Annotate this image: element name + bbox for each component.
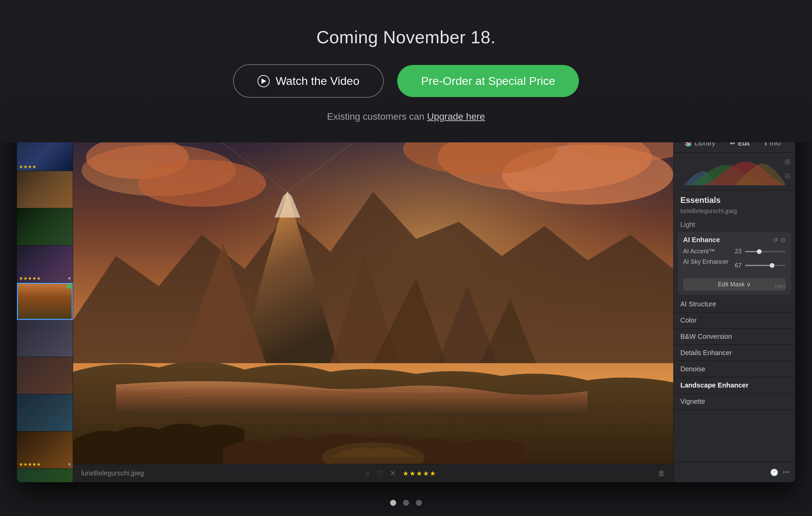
landscape-section[interactable]: Landscape Enhancer xyxy=(674,377,795,394)
photo-filename: lurieBelegurschi.jpeg xyxy=(81,469,144,477)
panel-content: ⊞ ⊟ Essentials lurieBelegurschi.jpeg Lig… xyxy=(674,153,795,462)
right-panel: 📚 Library ✏ Edit ℹ Info xyxy=(673,134,795,482)
delete-icon[interactable]: 🗑 xyxy=(658,469,665,478)
denoise-label: Denoise xyxy=(680,365,705,373)
toggle-icon[interactable]: ⊙ xyxy=(781,236,786,244)
circle-icon: ○ xyxy=(365,469,369,478)
landscape-label: Landscape Enhancer xyxy=(680,381,748,389)
status-center: ○ ♡ ✕ ★★★★★ xyxy=(151,469,651,478)
edit-mask-button[interactable]: Edit Mask ∨ xyxy=(683,278,786,291)
ai-accent-row: AI Accent™ 23 xyxy=(683,248,786,255)
filmstrip-thumb-5[interactable] xyxy=(17,283,73,320)
filmstrip-thumb-6[interactable] xyxy=(17,320,73,357)
histogram-svg xyxy=(679,158,790,185)
watch-video-button[interactable]: Watch the Video xyxy=(233,64,384,98)
ai-enhance-title: AI Enhance xyxy=(683,236,720,244)
svg-point-4 xyxy=(137,160,266,207)
history-icon[interactable]: 🕐 xyxy=(770,468,779,476)
preorder-label: Pre-Order at Special Price xyxy=(421,74,555,88)
thumb-badge-5 xyxy=(67,284,71,289)
essentials-header: Essentials xyxy=(674,190,795,208)
vignette-label: Vignette xyxy=(680,398,705,405)
panel-bottom-bar: 🕐 ••• xyxy=(674,462,795,482)
bw-label: B&W Conversion xyxy=(680,333,732,341)
ai-accent-value: 23 xyxy=(731,248,742,255)
ai-enhance-controls: ↺ ⊙ xyxy=(773,236,786,244)
ai-structure-section[interactable]: AI Structure xyxy=(674,296,795,312)
more-icon[interactable]: ••• xyxy=(783,468,790,476)
light-section-label: Light xyxy=(674,219,795,231)
dot-1[interactable] xyxy=(390,500,396,506)
promo-section: Coming November 18. Watch the Video Pre-… xyxy=(0,0,812,142)
reject-icon[interactable]: ✕ xyxy=(390,469,396,478)
panel-filename: lurieBelegurschi.jpeg xyxy=(674,208,795,219)
thumb-stars-4: ★★★★★ xyxy=(19,276,41,281)
filmstrip-thumb-4[interactable]: ★★★★★ ♥ xyxy=(17,245,73,283)
ai-structure-label: AI Structure xyxy=(680,300,716,308)
filmstrip-thumb-10[interactable] xyxy=(17,469,73,482)
details-label: Details Enhancer xyxy=(680,349,732,357)
vignette-section[interactable]: Vignette xyxy=(674,394,795,410)
ai-accent-label: AI Accent™ xyxy=(683,248,731,255)
thumb-heart-9: ♥ xyxy=(68,462,71,467)
star-rating[interactable]: ★★★★★ xyxy=(403,469,436,477)
photo-statusbar: lurieBelegurschi.jpeg ○ ♡ ✕ ★★★★★ 🗑 xyxy=(73,464,673,482)
main-area: ★★★★ ★★★★★ ♥ xyxy=(17,134,795,482)
dot-2[interactable] xyxy=(403,500,409,506)
ai-sky-label: AI Sky Enhancer · xyxy=(683,258,731,273)
pro-badge: PRO xyxy=(774,284,786,289)
panel-icons-right: ⊞ ⊟ xyxy=(783,156,792,181)
photo-canvas xyxy=(73,134,673,464)
play-icon xyxy=(257,75,270,87)
denoise-section[interactable]: Denoise xyxy=(674,361,795,377)
bottom-dots xyxy=(390,500,422,506)
details-section[interactable]: Details Enhancer xyxy=(674,345,795,361)
filmstrip-thumb-9[interactable]: ★★★★★ ♥ xyxy=(17,431,73,469)
ai-sky-row: AI Sky Enhancer · 67 xyxy=(683,258,786,273)
ai-sky-slider[interactable] xyxy=(745,265,786,266)
watch-video-label: Watch the Video xyxy=(276,74,360,88)
upgrade-link[interactable]: Upgrade here xyxy=(427,111,485,122)
thumb-stars-1: ★★★★ xyxy=(19,164,37,169)
color-label: Color xyxy=(680,316,697,324)
ai-accent-slider[interactable] xyxy=(745,251,786,252)
filmstrip-thumb-3[interactable] xyxy=(17,208,73,245)
color-section[interactable]: Color xyxy=(674,312,795,329)
bw-section[interactable]: B&W Conversion xyxy=(674,329,795,345)
landscape-svg xyxy=(73,134,673,464)
filmstrip-thumb-2[interactable] xyxy=(17,171,73,208)
ai-enhance-header: AI Enhance ↺ ⊙ xyxy=(683,236,786,244)
preorder-button[interactable]: Pre-Order at Special Price xyxy=(397,65,579,97)
heart-icon[interactable]: ♡ xyxy=(376,469,383,478)
coming-soon-text: Coming November 18. xyxy=(316,27,496,47)
layers-icon[interactable]: ⊞ xyxy=(783,156,792,167)
app-window: + 🎨 Looks − 201% + 👁 ⬜ ✂ ⬆ ⊞ ⬜ 📚 Library xyxy=(17,108,795,482)
upgrade-prefix: Existing customers can xyxy=(327,111,427,122)
upgrade-text: Existing customers can Upgrade here xyxy=(327,111,485,122)
thumb-heart-4: ♥ xyxy=(68,276,71,281)
undo-icon[interactable]: ↺ xyxy=(773,236,778,244)
dot-3[interactable] xyxy=(416,500,422,506)
filmstrip-thumb-8[interactable] xyxy=(17,394,73,431)
histogram-container: ⊞ ⊟ xyxy=(674,153,795,190)
ai-sky-value: 67 xyxy=(731,262,742,269)
button-row: Watch the Video Pre-Order at Special Pri… xyxy=(233,64,579,98)
ai-enhance-section: AI Enhance ↺ ⊙ AI Accent™ 23 xyxy=(678,232,791,295)
filmstrip: ★★★★ ★★★★★ ♥ xyxy=(17,134,73,482)
thumb-stars-9: ★★★★★ xyxy=(19,462,41,467)
photo-area: lurieBelegurschi.jpeg ○ ♡ ✕ ★★★★★ 🗑 xyxy=(73,134,673,482)
filmstrip-thumb-7[interactable] xyxy=(17,357,73,394)
adjust-icon[interactable]: ⊟ xyxy=(783,170,792,181)
